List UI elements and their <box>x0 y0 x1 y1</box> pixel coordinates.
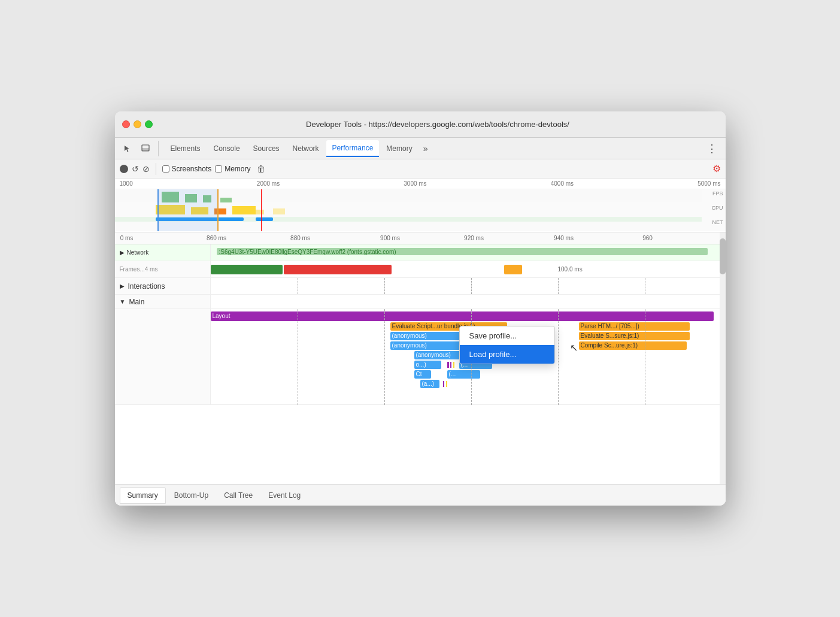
screenshots-checkbox-group: Screenshots <box>162 165 212 173</box>
parse-html-bar[interactable]: Parse HTM.../ [705...]) <box>579 322 690 331</box>
frames-track-label: Frames...4 ms <box>115 261 211 277</box>
frame-bar-yellow <box>504 265 522 274</box>
cursor-icon[interactable] <box>120 141 135 156</box>
devtools-window: Developer Tools - https://developers.goo… <box>115 111 726 506</box>
main-track-header: ▼ Main <box>115 295 726 309</box>
fps-bar-4 <box>220 198 232 202</box>
load-profile-item[interactable]: Load profile... <box>460 345 554 364</box>
fps-label: FPS <box>711 190 723 196</box>
cpu-label: CPU <box>711 205 723 211</box>
frame-bar-red <box>284 265 392 274</box>
time-mark-920ms: 920 ms <box>464 235 484 241</box>
reload-record-button[interactable]: ↺ <box>132 164 139 174</box>
ct-label: Ct <box>416 371 422 377</box>
cpu-bar-5 <box>256 210 265 214</box>
tab-bottom-up[interactable]: Bottom-Up <box>167 488 216 503</box>
tab-sources[interactable]: Sources <box>247 141 286 156</box>
main-label-text: Main <box>129 298 144 306</box>
tab-performance[interactable]: Performance <box>326 140 380 157</box>
save-profile-item[interactable]: Save profile... <box>460 326 554 345</box>
minimize-button[interactable] <box>134 120 141 128</box>
record-button[interactable] <box>120 165 128 173</box>
tab-network[interactable]: Network <box>287 141 325 156</box>
o-bar[interactable]: o...) <box>414 361 441 369</box>
compile-bar[interactable]: Compile Sc...ure.js:1) <box>579 341 687 350</box>
tab-console[interactable]: Console <box>208 141 246 156</box>
tab-icon-group <box>120 141 159 156</box>
time-mark-940ms: 940 ms <box>554 235 574 241</box>
stop-icon[interactable]: ⊘ <box>142 164 150 174</box>
anon-paren-label-2: (... <box>449 371 456 377</box>
compile-label: Compile Sc...ure.js:1) <box>581 342 638 349</box>
dock-icon[interactable] <box>138 141 153 156</box>
memory-label: Memory <box>225 165 250 173</box>
network-bar-woff2[interactable]: :S6g4U3t-Y5UEw0IE80llgEseQY3FEmqw.woff2 … <box>217 248 708 255</box>
playhead-line <box>261 189 262 231</box>
main-header-content <box>211 295 726 309</box>
separator-1 <box>156 163 156 175</box>
v-line-3 <box>471 278 472 294</box>
scrollbar-track[interactable] <box>720 232 726 484</box>
network-track-row: ▶ Network :S6g4U3t-Y5UEw0IE80llgEseQY3FE… <box>115 244 726 261</box>
v-line-5 <box>645 278 645 294</box>
layout-bar[interactable]: Layout <box>211 311 714 321</box>
mini-bar-purple-1 <box>443 381 444 387</box>
mini-bar-1 <box>447 362 449 368</box>
ruler-mark-4000: 4000 ms <box>551 180 574 187</box>
cpu-bar-6 <box>273 208 285 214</box>
interactions-track-label[interactable]: ▶ Interactions <box>115 278 211 294</box>
more-tabs-button[interactable]: » <box>420 141 432 156</box>
evaluate-sure-bar[interactable]: Evaluate S...sure.js:1) <box>579 332 690 340</box>
clear-recording-button[interactable]: 🗑 <box>257 164 265 174</box>
maximize-button[interactable] <box>145 120 153 128</box>
close-button[interactable] <box>122 120 130 128</box>
net-label: NET <box>711 219 723 225</box>
time-mark-880ms: 880 ms <box>290 235 310 241</box>
main-chevron: ▼ <box>120 298 126 305</box>
bottom-tabs: Summary Bottom-Up Call Tree Event Log <box>115 484 726 506</box>
flame-chart-area: Layout Evaluate Script...ur bundle.js:1)… <box>211 309 726 405</box>
tab-summary[interactable]: Summary <box>120 487 166 504</box>
time-mark-960: 960 <box>642 235 653 241</box>
main-track-label[interactable]: ▼ Main <box>115 295 211 308</box>
timeline-selection[interactable] <box>157 189 219 231</box>
tab-elements[interactable]: Elements <box>165 141 207 156</box>
time-mark-900ms: 900 ms <box>380 235 400 241</box>
v-line-1 <box>298 278 298 294</box>
v-line-4 <box>558 278 559 294</box>
screenshots-label: Screenshots <box>172 165 212 173</box>
frames-track-content: 31.0 ms 100.0 ms <box>211 261 726 277</box>
vline-main-4 <box>558 309 559 405</box>
tab-menu-button[interactable]: ⋮ <box>703 141 721 156</box>
interactions-track-row: ▶ Interactions <box>115 278 726 295</box>
settings-button[interactable]: ⚙ <box>712 163 721 174</box>
network-bar-text: :S6g4U3t-Y5UEw0IE80llgEseQY3FEmqw.woff2 … <box>219 249 396 255</box>
svg-rect-1 <box>142 148 149 151</box>
traffic-lights <box>122 120 153 128</box>
mini-bar-2 <box>450 362 451 368</box>
a-bar[interactable]: (a...) <box>420 380 439 388</box>
memory-checkbox[interactable] <box>215 165 222 173</box>
screenshots-checkbox[interactable] <box>162 165 169 173</box>
frame-bar-green <box>211 265 283 274</box>
track-labels: FPS CPU NET <box>711 190 723 225</box>
mini-bar-3 <box>453 362 454 368</box>
tab-event-log[interactable]: Event Log <box>261 488 308 503</box>
tab-call-tree[interactable]: Call Tree <box>217 488 260 503</box>
toolbar: ↺ ⊘ Screenshots Memory 🗑 ⚙ <box>115 159 726 179</box>
anon-paren-bar-2[interactable]: (... <box>447 370 480 379</box>
timeline-tracks[interactable]: FPS CPU NET <box>115 189 726 231</box>
titlebar: Developer Tools - https://developers.goo… <box>115 111 726 138</box>
frame-time-2: 100.0 ms <box>558 266 583 273</box>
tab-memory[interactable]: Memory <box>380 141 418 156</box>
ruler-marks: 1000 2000 ms 3000 ms 4000 ms 5000 ms <box>120 180 721 187</box>
context-menu: Save profile... Load profile... <box>459 326 555 364</box>
network-label-text: Network <box>127 249 149 256</box>
scrollbar-thumb[interactable] <box>720 238 726 274</box>
o-label: o...) <box>416 361 426 368</box>
ruler-mark-2000: 2000 ms <box>257 180 280 187</box>
interactions-track-content <box>211 278 726 294</box>
main-track-content: Layout Evaluate Script...ur bundle.js:1)… <box>115 309 726 405</box>
ct-bar[interactable]: Ct <box>414 370 431 379</box>
vline-main-2 <box>384 309 385 405</box>
